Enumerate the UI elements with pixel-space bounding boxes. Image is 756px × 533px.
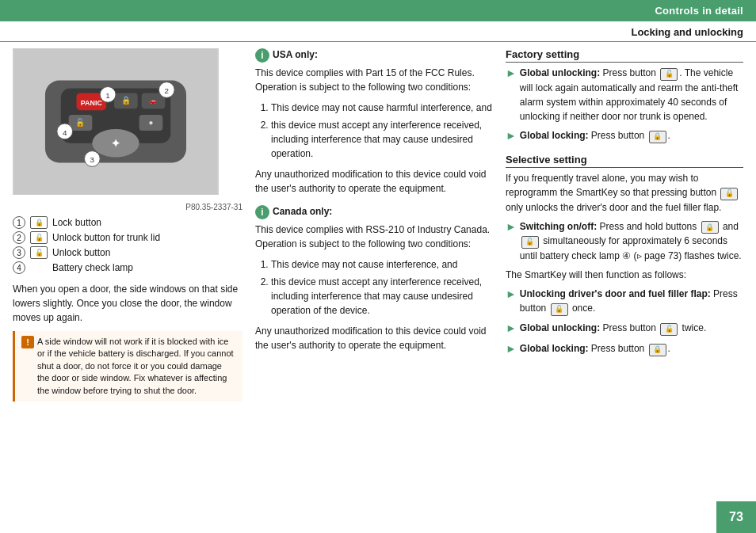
- switching-label: Switching on/off:: [520, 221, 597, 232]
- svg-text:PANIC: PANIC: [81, 99, 103, 107]
- warning-icon: !: [21, 336, 34, 348]
- list-item: 4 Battery check lamp: [13, 261, 242, 274]
- unlock-btn-icon2: 🔓: [551, 303, 568, 316]
- legend-label-2: Unlock button for trunk lid: [52, 232, 160, 243]
- list-item: This device may not cause harmful interf…: [271, 101, 493, 115]
- svg-text:🔓: 🔓: [75, 117, 86, 128]
- selective-bullet-1: ► Unlocking driver's door and fuel fille…: [506, 287, 743, 316]
- svg-text:1: 1: [105, 91, 110, 100]
- middle-column: i USA only: This device complies with Pa…: [255, 48, 493, 402]
- list-item: 2 🔓 Unlock button for trunk lid: [13, 231, 242, 244]
- bullet-arrow-icon: ►: [506, 128, 517, 144]
- usa-footer: Any unauthorized modification to this de…: [255, 167, 493, 196]
- legend-label-3: Unlock button: [52, 247, 110, 258]
- usa-block: i USA only: This device complies with Pa…: [255, 48, 493, 196]
- unlock-icon: 🔓: [30, 246, 48, 259]
- canada-header: Canada only:: [273, 205, 332, 219]
- switching-bullet: ► Switching on/off: Press and hold butto…: [506, 219, 743, 264]
- switching-text: Switching on/off: Press and hold buttons…: [520, 219, 743, 264]
- global-unlocking-label2: Global unlocking:: [520, 322, 600, 333]
- bullet-arrow-icon: ►: [506, 65, 517, 82]
- svg-text:4: 4: [63, 128, 67, 137]
- list-item: this device must accept any interference…: [271, 118, 493, 161]
- body-text: When you open a door, the side windows o…: [13, 282, 242, 325]
- usa-header: USA only:: [273, 48, 318, 62]
- canada-list: This device may not cause interference, …: [255, 257, 493, 318]
- page-header: Controls in detail: [0, 0, 756, 21]
- global-locking-label2: Global locking:: [520, 343, 589, 354]
- left-column: ✦ PANIC 🔒 🚗 🔓 ● 1 2: [13, 48, 242, 402]
- legend-label-1: Lock button: [52, 217, 101, 228]
- selective-bullet-2-text: Global unlocking: Press button 🔓 twice.: [520, 321, 743, 336]
- selective-bullet-1-text: Unlocking driver's door and fuel filler …: [520, 287, 743, 316]
- image-caption: P80.35-2337-31: [13, 203, 242, 211]
- bullet-arrow-icon: ►: [506, 320, 517, 337]
- legend-num-1: 1: [13, 216, 25, 229]
- legend-num-4: 4: [13, 261, 25, 274]
- global-locking-label: Global locking:: [520, 130, 589, 141]
- selective-bullet-3: ► Global locking: Press button 🔒.: [506, 341, 743, 357]
- lock-btn-icon2: 🔒: [649, 344, 666, 356]
- selective-setting-section: Selective setting If you frequently trav…: [506, 154, 743, 357]
- page-number: 73: [716, 501, 756, 533]
- key-image: ✦ PANIC 🔒 🚗 🔓 ● 1 2: [13, 48, 219, 195]
- lock-btn-icon: 🔒: [649, 131, 666, 143]
- usa-info-icon: i: [255, 48, 269, 63]
- selective-setting-title: Selective setting: [506, 154, 743, 168]
- trunk-unlock-icon: 🔓: [30, 231, 48, 244]
- canada-info-icon: i: [255, 205, 269, 219]
- legend-num-3: 3: [13, 246, 25, 259]
- unlock-btn-icon3: 🔓: [660, 323, 678, 336]
- sub-header: Locking and unlocking: [0, 21, 756, 42]
- usa-body: This device complies with Part 15 of the…: [255, 66, 493, 94]
- factory-bullet-2-text: Global locking: Press button 🔒.: [520, 128, 743, 143]
- selective-intro: If you frequently travel alone, you may …: [506, 171, 743, 215]
- bullet-arrow-icon: ►: [506, 341, 517, 357]
- factory-bullet-2: ► Global locking: Press button 🔒.: [506, 128, 743, 144]
- list-item: this device must accept any interference…: [271, 275, 493, 318]
- svg-text:●: ●: [149, 118, 154, 127]
- list-item: This device may not cause interference, …: [271, 257, 493, 272]
- unlock-btn-icon: 🔓: [660, 68, 678, 81]
- warning-box: ! A side window will not work if it is b…: [13, 331, 242, 402]
- global-unlocking-label: Global unlocking:: [520, 67, 600, 78]
- legend-list: 1 🔒 Lock button 2 🔓 Unlock button for tr…: [13, 216, 242, 274]
- svg-text:3: 3: [90, 155, 95, 164]
- selective-bullet-2: ► Global unlocking: Press button 🔓 twice…: [506, 321, 743, 337]
- warning-text: A side window will not work if it is blo…: [37, 336, 236, 397]
- svg-text:✦: ✦: [111, 137, 120, 150]
- list-item: 1 🔒 Lock button: [13, 216, 242, 229]
- smartkey-text: The SmartKey will then function as follo…: [506, 268, 743, 282]
- btn-unlock-small: 🔓: [720, 188, 738, 200]
- factory-bullet-1: ► Global unlocking: Press button 🔓. The …: [506, 66, 743, 124]
- unlocking-driver-label: Unlocking driver's door and fuel filler …: [520, 288, 711, 299]
- usa-list: This device may not cause harmful interf…: [255, 101, 493, 161]
- list-item: 3 🔓 Unlock button: [13, 246, 242, 259]
- unlock-btn-small: 🔓: [521, 236, 539, 249]
- selective-bullet-3-text: Global locking: Press button 🔒.: [520, 341, 743, 356]
- svg-text:🚗: 🚗: [149, 97, 157, 105]
- factory-setting-title: Factory setting: [506, 48, 743, 63]
- bullet-arrow-icon: ►: [506, 286, 517, 303]
- legend-num-2: 2: [13, 231, 25, 244]
- factory-setting-section: Factory setting ► Global unlocking: Pres…: [506, 48, 743, 144]
- lock-btn-small: 🔒: [701, 221, 719, 234]
- right-column: Factory setting ► Global unlocking: Pres…: [506, 48, 743, 402]
- canada-body: This device complies with RSS-210 of Ind…: [255, 223, 493, 251]
- factory-bullet-1-text: Global unlocking: Press button 🔓. The ve…: [520, 66, 743, 124]
- canada-footer: Any unauthorized modification to this de…: [255, 324, 493, 352]
- lock-icon: 🔒: [30, 216, 48, 229]
- header-title: Controls in detail: [655, 5, 743, 17]
- legend-label-4: Battery check lamp: [52, 262, 133, 273]
- bullet-arrow-icon: ►: [506, 219, 517, 235]
- svg-text:🔒: 🔒: [121, 95, 132, 105]
- sub-header-title: Locking and unlocking: [631, 26, 743, 38]
- svg-text:2: 2: [165, 86, 170, 95]
- canada-block: i Canada only: This device complies with…: [255, 205, 493, 352]
